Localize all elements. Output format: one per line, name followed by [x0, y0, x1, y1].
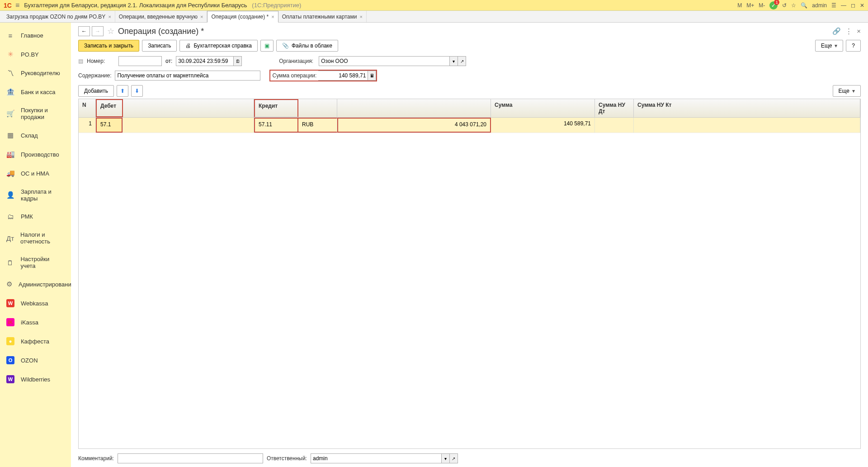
- sidebar-item-покупки-и-продажи[interactable]: 🛒Покупки и продажи: [0, 101, 71, 126]
- sidebar-item-webkassa[interactable]: WWebkassa: [0, 294, 71, 313]
- save-close-button[interactable]: Записать и закрыть: [78, 40, 139, 52]
- dropdown-icon[interactable]: ▾: [450, 56, 458, 66]
- sidebar-item-производство[interactable]: 🏭Производство: [0, 145, 71, 164]
- main-menu-icon[interactable]: ≡: [15, 1, 19, 10]
- sidebar-item-label: ОС и НМА: [21, 170, 49, 177]
- sidebar-item-wildberries[interactable]: WWildberries: [0, 370, 71, 389]
- sidebar-item-label: Руководителю: [21, 70, 60, 76]
- notifications-icon[interactable]: ✓: [769, 1, 778, 10]
- sidebar-item-администрирование[interactable]: ⚙Администрирование: [0, 275, 71, 294]
- cell-debit[interactable]: 57.1: [96, 118, 123, 133]
- link-icon[interactable]: 🔗: [832, 27, 841, 35]
- move-up-button[interactable]: ⬆: [117, 85, 128, 97]
- favorite-star-icon[interactable]: ☆: [107, 26, 114, 36]
- col-credit[interactable]: Кредит: [254, 99, 298, 117]
- sidebar-icon: 🚚: [6, 169, 14, 177]
- table-row[interactable]: 1 57.1 57.11 RUB 4 043 071,20 140 589,71: [79, 118, 860, 133]
- cell-sum[interactable]: 140 589,71: [491, 118, 595, 133]
- nav-back-button[interactable]: ←: [78, 26, 90, 36]
- col-nu-dt[interactable]: Сумма НУ Дт: [595, 99, 634, 117]
- help-button[interactable]: ?: [846, 40, 861, 52]
- responsible-input[interactable]: [311, 453, 442, 463]
- calculator-icon[interactable]: 🖩: [368, 71, 376, 81]
- files-cloud-button[interactable]: 📎 Файлы в облаке: [276, 40, 338, 52]
- sidebar-item-зарплата-и-кадры[interactable]: 👤Зарплата и кадры: [0, 183, 71, 207]
- col-credit2[interactable]: [298, 99, 337, 117]
- more-button[interactable]: Еще: [815, 40, 843, 52]
- sidebar-item-label: iKassa: [21, 319, 38, 326]
- grid-header: N Дебет Кредит Сумма Сумма НУ Дт Сумма Н…: [79, 99, 860, 118]
- open-ref-icon[interactable]: ↗: [450, 453, 458, 463]
- tab-close-icon[interactable]: ×: [359, 14, 362, 19]
- memo-m-button[interactable]: M: [737, 2, 742, 9]
- nav-forward-button[interactable]: →: [92, 26, 104, 36]
- cell-nu-kt[interactable]: [634, 118, 860, 133]
- sum-input[interactable]: [318, 71, 368, 81]
- grid-body[interactable]: 1 57.1 57.11 RUB 4 043 071,20 140 589,71: [79, 118, 860, 448]
- maximize-icon[interactable]: ◻: [851, 2, 855, 9]
- user-label[interactable]: admin: [812, 2, 827, 9]
- tab-operation-new[interactable]: Операция (создание) *×: [207, 11, 278, 23]
- favorite-icon[interactable]: ☆: [791, 2, 796, 9]
- memo-mplus-button[interactable]: M+: [746, 2, 754, 9]
- col-nu-kt[interactable]: Сумма НУ Кт: [634, 99, 860, 117]
- acct-reference-button[interactable]: 🖨 Бухгалтерская справка: [179, 40, 258, 52]
- col-debit-ext[interactable]: [123, 99, 254, 117]
- sidebar-item-склад[interactable]: ▦Склад: [0, 126, 71, 145]
- cell-debit-ext[interactable]: [123, 118, 254, 133]
- cell-credit-currency[interactable]: RUB: [298, 118, 337, 133]
- sidebar-item-ikassa[interactable]: iKiKassa: [0, 313, 71, 332]
- sidebar: ≡Главное✳PO.BY〽Руководителю🏦Банк и касса…: [0, 23, 71, 467]
- add-row-button[interactable]: Добавить: [78, 85, 114, 97]
- page-close-icon[interactable]: ×: [857, 27, 861, 35]
- tab-close-icon[interactable]: ×: [108, 14, 111, 19]
- cell-credit-amount[interactable]: 4 043 071,20: [337, 118, 491, 133]
- tab-ozon-load[interactable]: Загрузка продаж OZON по дням PO.BY×: [3, 11, 115, 22]
- tab-close-icon[interactable]: ×: [271, 14, 274, 19]
- sidebar-item-po-by[interactable]: ✳PO.BY: [0, 45, 71, 64]
- memo-mminus-button[interactable]: M-: [759, 2, 765, 9]
- sidebar-item-главное[interactable]: ≡Главное: [0, 26, 71, 45]
- sidebar-item-ozon[interactable]: OOZON: [0, 351, 71, 370]
- move-down-button[interactable]: ⬇: [131, 85, 143, 97]
- tab-manual-ops[interactable]: Операции, введенные вручную×: [115, 11, 208, 22]
- sidebar-item-руководителю[interactable]: 〽Руководителю: [0, 64, 71, 82]
- tab-card-payments[interactable]: Оплаты платежными картами×: [278, 11, 367, 22]
- sidebar-item-label: Wildberries: [21, 376, 50, 383]
- structure-button[interactable]: ▣: [260, 40, 274, 52]
- col-sum[interactable]: Сумма: [491, 99, 595, 117]
- date-input[interactable]: [176, 56, 234, 66]
- content-input[interactable]: [115, 71, 260, 81]
- col-debit[interactable]: Дебет: [96, 99, 123, 117]
- sidebar-item-рмк[interactable]: 🗂РМК: [0, 207, 71, 226]
- sidebar-item-настройки-учета[interactable]: 🗒Настройки учета: [0, 250, 71, 275]
- page-menu-icon[interactable]: ⋮: [845, 27, 852, 35]
- history-icon[interactable]: ↺: [782, 2, 787, 9]
- sidebar-item-каффеста[interactable]: ●Каффеста: [0, 332, 71, 351]
- close-window-icon[interactable]: ✕: [860, 2, 864, 9]
- sidebar-item-label: PO.BY: [21, 51, 39, 58]
- settings-icon[interactable]: ☰: [831, 2, 836, 9]
- open-ref-icon[interactable]: ↗: [458, 56, 466, 66]
- save-button[interactable]: Записать: [142, 40, 177, 52]
- org-input[interactable]: [319, 56, 450, 66]
- org-label: Организация:: [279, 58, 315, 64]
- tab-close-icon[interactable]: ×: [200, 14, 203, 19]
- comment-input[interactable]: [118, 453, 263, 463]
- number-input[interactable]: [118, 56, 162, 66]
- table-more-button[interactable]: Еще: [833, 85, 861, 97]
- sidebar-item-налоги-и-отчетность[interactable]: ДтНалоги и отчетность: [0, 226, 71, 250]
- sidebar-item-label: Каффеста: [21, 338, 49, 345]
- sidebar-item-банк-и-касса[interactable]: 🏦Банк и касса: [0, 82, 71, 101]
- minimize-icon[interactable]: —: [841, 2, 846, 9]
- cell-nu-dt[interactable]: [595, 118, 634, 133]
- sidebar-icon: O: [6, 356, 14, 364]
- cell-credit[interactable]: 57.11: [254, 118, 298, 133]
- dropdown-icon[interactable]: ▾: [442, 453, 450, 463]
- sidebar-item-ос-и-нма[interactable]: 🚚ОС и НМА: [0, 164, 71, 183]
- col-n[interactable]: N: [79, 99, 96, 117]
- doc-icon: ▤: [78, 58, 83, 64]
- col-credit3[interactable]: [337, 99, 491, 117]
- calendar-icon[interactable]: 🗓: [234, 56, 242, 66]
- search-icon[interactable]: 🔍: [801, 2, 807, 9]
